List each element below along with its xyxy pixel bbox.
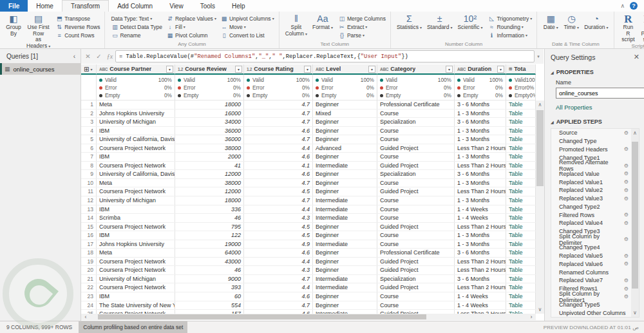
cell-tota[interactable]: Table xyxy=(506,301,536,310)
cell-tota[interactable]: Table xyxy=(506,109,536,118)
detect-data-type-button[interactable]: ▥Detect Data Type xyxy=(111,23,162,31)
ribbon-tab-transform[interactable]: Transform xyxy=(62,0,109,12)
cell-tota[interactable]: Table xyxy=(506,292,536,301)
gear-icon[interactable]: ⚙ xyxy=(624,278,629,283)
cell-course-review[interactable]: 46 xyxy=(175,266,244,274)
cell-level[interactable]: Beginner xyxy=(313,187,377,196)
cell-category[interactable]: Specialization xyxy=(377,170,455,178)
scroll-right-icon[interactable]: › xyxy=(527,314,536,320)
applied-step-changed-type4[interactable]: Changed Type4 xyxy=(551,243,639,252)
vertical-scrollbar[interactable]: ∧ ∨ xyxy=(536,100,544,314)
applied-step-removed-alternate-rows[interactable]: Removed Alternate Rows⚙ xyxy=(551,162,639,170)
scientific-button[interactable]: 10²Scientific▾ xyxy=(455,13,485,41)
cell-tota[interactable]: Table xyxy=(506,196,536,205)
cell-course-review[interactable]: 18000 xyxy=(175,100,244,109)
statistics-button[interactable]: ΣStatistics▾ xyxy=(394,13,424,41)
cell-course-partner[interactable]: Johns Hopkins University xyxy=(97,240,175,249)
cell-course-review[interactable]: 795 xyxy=(175,223,244,231)
cell-course-partner[interactable]: Scrimba xyxy=(97,214,175,222)
applied-step-changed-type5[interactable]: Changed Type5 xyxy=(551,301,639,309)
cell-course-partner[interactable]: Meta xyxy=(97,100,175,109)
scroll-up-icon[interactable]: ∧ xyxy=(536,100,544,109)
cell-course-rating[interactable]: 4.4 xyxy=(244,283,313,292)
gear-icon[interactable]: ⚙ xyxy=(624,253,629,259)
cell-course-rating[interactable]: 4.7 xyxy=(244,100,313,109)
cell-course-review[interactable]: 336 xyxy=(175,205,244,214)
applied-step-split-column-by-delimiter1[interactable]: Split Column by Delimiter1⚙ xyxy=(551,292,639,301)
gear-icon[interactable]: ⚙ xyxy=(624,163,629,169)
cell-course-review[interactable]: 64000 xyxy=(175,249,244,257)
cell-course-partner[interactable]: University of California, Davis xyxy=(97,135,175,144)
cell-duration[interactable]: 1 - 4 Weeks xyxy=(455,214,506,222)
cell-course-review[interactable]: 46 xyxy=(175,214,244,222)
cell-course-rating[interactable]: 4.7 xyxy=(244,135,313,144)
cell-tota[interactable]: Table xyxy=(506,100,536,109)
cell-course-partner[interactable]: IBM xyxy=(97,292,175,301)
cell-course-rating[interactable]: 4.7 xyxy=(244,118,313,126)
cell-course-partner[interactable]: University of Michigan xyxy=(97,118,175,126)
cell-duration[interactable]: Less Than 2 Hours xyxy=(455,162,506,170)
applied-step-renamed-columns[interactable]: Renamed Columns xyxy=(551,268,639,276)
vertical-scroll-thumb[interactable] xyxy=(536,110,544,186)
column-header-level[interactable]: ABCLevel▾ xyxy=(313,64,377,75)
applied-step-replaced-value5[interactable]: Replaced Value5⚙ xyxy=(551,252,639,260)
cell-category[interactable]: Professional Certificate xyxy=(377,249,455,257)
gear-icon[interactable]: ⚙ xyxy=(624,236,629,242)
cell-tota[interactable]: Table xyxy=(506,223,536,231)
cell-course-review[interactable]: 36000 xyxy=(175,135,244,144)
cell-category[interactable]: Course xyxy=(377,231,455,240)
horizontal-scroll-thumb[interactable] xyxy=(98,314,426,319)
cell-level[interactable]: Beginner xyxy=(313,249,377,257)
cell-level[interactable]: Intermediate xyxy=(313,283,377,292)
cell-level[interactable]: Beginner xyxy=(313,301,377,310)
information-button[interactable]: ℹInformation▾ xyxy=(488,31,532,39)
cell-category[interactable]: Course xyxy=(377,214,455,222)
ribbon-tab-view[interactable]: View xyxy=(161,0,192,12)
gear-icon[interactable]: ⚙ xyxy=(624,179,629,185)
cell-course-partner[interactable]: Coursera Project Network xyxy=(97,144,175,153)
applied-step-split-column-by-delimiter[interactable]: Split Column by Delimiter⚙ xyxy=(551,235,639,243)
cell-course-review[interactable]: 43000 xyxy=(175,258,244,266)
cell-course-review[interactable]: 393 xyxy=(175,283,244,292)
applied-step-replaced-value2[interactable]: Replaced Value2⚙ xyxy=(551,186,639,195)
applied-step-unpivoted-other-columns[interactable]: Unpivoted Other Columns xyxy=(551,309,639,318)
cell-course-rating[interactable]: 4.6 xyxy=(244,292,313,301)
cell-duration[interactable]: Less Than 2 Hours xyxy=(455,283,506,292)
cell-level[interactable]: Beginner xyxy=(313,223,377,231)
cell-duration[interactable]: 1 - 3 Months xyxy=(455,109,506,118)
column-header-course-rating[interactable]: 1.2Course Rating▾ xyxy=(244,64,313,75)
cell-tota[interactable]: Table xyxy=(506,258,536,266)
cell-category[interactable]: Course xyxy=(377,153,455,161)
gear-icon[interactable]: ⚙ xyxy=(624,187,629,193)
cell-tota[interactable]: Table xyxy=(506,187,536,196)
pivot-column-button[interactable]: ▦Pivot Column xyxy=(166,31,216,39)
cell-level[interactable]: Beginner xyxy=(313,135,377,144)
cell-course-partner[interactable]: Coursera Project Network xyxy=(97,187,175,196)
cell-tota[interactable]: Table xyxy=(506,118,536,126)
cell-category[interactable]: Specialization xyxy=(377,118,455,126)
cell-duration[interactable]: 3 - 6 Months xyxy=(455,275,506,283)
ribbon-tab-tools[interactable]: Tools xyxy=(192,0,223,12)
properties-section-header[interactable]: ◢ PROPERTIES xyxy=(551,69,639,75)
formula-expand-icon[interactable]: ▾ xyxy=(535,54,542,59)
cell-category[interactable]: Guided Project xyxy=(377,258,455,266)
applied-step-changed-type2[interactable]: Changed Type2 xyxy=(551,202,639,211)
cell-course-review[interactable]: 38000 xyxy=(175,179,244,187)
column-header-duration[interactable]: ABCDuration▾ xyxy=(455,64,506,75)
cell-course-rating[interactable]: 4.5 xyxy=(244,231,313,240)
profiling-status-chip[interactable]: Column profiling based on entire data se… xyxy=(79,321,187,333)
cell-course-rating[interactable]: 4.7 xyxy=(244,301,313,310)
transpose-button[interactable]: ⬒Transpose xyxy=(55,14,100,23)
cell-category[interactable]: Course xyxy=(377,240,455,249)
cell-course-rating[interactable]: 4.3 xyxy=(244,266,313,274)
cell-course-rating[interactable]: 4.9 xyxy=(244,240,313,249)
reverse-rows-button[interactable]: ⇅Reverse Rows xyxy=(55,23,100,31)
scroll-up-icon[interactable]: ∧ xyxy=(631,129,639,137)
help-icon[interactable]: ? xyxy=(630,2,638,10)
cell-course-review[interactable]: 41 xyxy=(175,162,244,170)
cell-course-partner[interactable]: University of Michigan xyxy=(97,275,175,283)
cell-level[interactable]: Beginner xyxy=(313,258,377,266)
cell-duration[interactable]: 3 - 6 Months xyxy=(455,170,506,178)
cell-course-partner[interactable]: IBM xyxy=(97,231,175,240)
fill-button[interactable]: ↓Fill▾ xyxy=(166,23,216,31)
